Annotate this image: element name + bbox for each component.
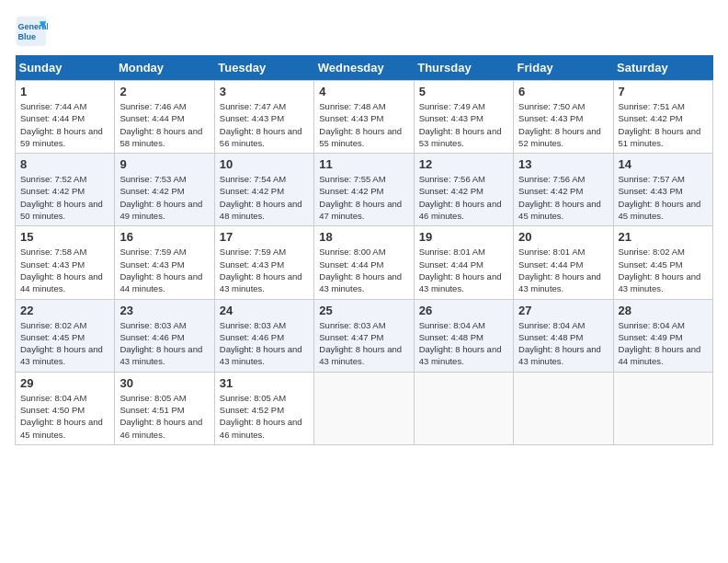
calendar-cell: [314, 372, 414, 444]
calendar-week-4: 22Sunrise: 8:02 AMSunset: 4:45 PMDayligh…: [16, 299, 713, 372]
day-number: 1: [20, 85, 109, 98]
day-number: 30: [119, 376, 209, 390]
day-number: 10: [220, 157, 309, 171]
calendar-table: SundayMondayTuesdayWednesdayThursdayFrid…: [15, 55, 713, 445]
day-number: 28: [619, 304, 708, 317]
day-info: Sunrise: 8:02 AMSunset: 4:45 PMDaylight:…: [20, 319, 109, 368]
day-number: 31: [220, 376, 309, 390]
day-number: 16: [119, 230, 209, 244]
logo-icon: General Blue: [15, 15, 48, 48]
logo: General Blue: [15, 15, 51, 48]
day-info: Sunrise: 8:03 AMSunset: 4:47 PMDaylight:…: [319, 319, 408, 368]
calendar-cell: 10Sunrise: 7:54 AMSunset: 4:42 PMDayligh…: [214, 154, 313, 226]
day-info: Sunrise: 7:57 AMSunset: 4:43 PMDaylight:…: [619, 173, 708, 222]
day-info: Sunrise: 7:59 AMSunset: 4:43 PMDaylight:…: [220, 246, 309, 294]
day-info: Sunrise: 7:44 AMSunset: 4:44 PMDaylight:…: [20, 100, 109, 149]
day-info: Sunrise: 8:01 AMSunset: 4:44 PMDaylight:…: [419, 246, 508, 294]
day-number: 14: [619, 157, 708, 171]
day-number: 19: [419, 230, 508, 244]
calendar-cell: [613, 372, 712, 444]
day-number: 24: [220, 304, 309, 317]
weekday-sunday: Sunday: [16, 55, 115, 81]
calendar-cell: 16Sunrise: 7:59 AMSunset: 4:43 PMDayligh…: [115, 226, 214, 299]
calendar-cell: 22Sunrise: 8:02 AMSunset: 4:45 PMDayligh…: [16, 299, 115, 372]
day-info: Sunrise: 7:56 AMSunset: 4:42 PMDaylight:…: [419, 173, 508, 222]
day-info: Sunrise: 7:54 AMSunset: 4:42 PMDaylight:…: [220, 173, 309, 222]
day-info: Sunrise: 8:00 AMSunset: 4:44 PMDaylight:…: [319, 246, 408, 294]
calendar-week-1: 1Sunrise: 7:44 AMSunset: 4:44 PMDaylight…: [16, 81, 713, 154]
weekday-saturday: Saturday: [613, 55, 712, 81]
weekday-friday: Friday: [514, 55, 613, 81]
day-number: 5: [419, 85, 508, 98]
calendar-cell: 26Sunrise: 8:04 AMSunset: 4:48 PMDayligh…: [414, 299, 513, 372]
calendar-cell: 31Sunrise: 8:05 AMSunset: 4:52 PMDayligh…: [214, 372, 313, 444]
day-info: Sunrise: 8:05 AMSunset: 4:52 PMDaylight:…: [220, 392, 309, 441]
day-info: Sunrise: 7:47 AMSunset: 4:43 PMDaylight:…: [220, 100, 309, 149]
weekday-monday: Monday: [115, 55, 214, 81]
calendar-body: 1Sunrise: 7:44 AMSunset: 4:44 PMDaylight…: [16, 81, 713, 445]
day-number: 23: [119, 304, 209, 317]
day-number: 26: [419, 304, 508, 317]
calendar-cell: 9Sunrise: 7:53 AMSunset: 4:42 PMDaylight…: [115, 154, 214, 226]
day-number: 6: [518, 85, 608, 98]
calendar-cell: 5Sunrise: 7:49 AMSunset: 4:43 PMDaylight…: [414, 81, 513, 154]
day-info: Sunrise: 8:03 AMSunset: 4:46 PMDaylight:…: [220, 319, 309, 368]
calendar-cell: 1Sunrise: 7:44 AMSunset: 4:44 PMDaylight…: [16, 81, 115, 154]
day-number: 25: [319, 304, 408, 317]
day-info: Sunrise: 7:50 AMSunset: 4:43 PMDaylight:…: [518, 100, 608, 149]
calendar-cell: 12Sunrise: 7:56 AMSunset: 4:42 PMDayligh…: [414, 154, 513, 226]
calendar-cell: 15Sunrise: 7:58 AMSunset: 4:43 PMDayligh…: [16, 226, 115, 299]
day-info: Sunrise: 8:04 AMSunset: 4:48 PMDaylight:…: [419, 319, 508, 368]
calendar-cell: 29Sunrise: 8:04 AMSunset: 4:50 PMDayligh…: [16, 372, 115, 444]
day-number: 22: [20, 304, 109, 317]
day-number: 15: [20, 230, 109, 244]
calendar-cell: 2Sunrise: 7:46 AMSunset: 4:44 PMDaylight…: [115, 81, 214, 154]
day-info: Sunrise: 7:46 AMSunset: 4:44 PMDaylight:…: [119, 100, 209, 149]
calendar-cell: 21Sunrise: 8:02 AMSunset: 4:45 PMDayligh…: [613, 226, 712, 299]
calendar-week-5: 29Sunrise: 8:04 AMSunset: 4:50 PMDayligh…: [16, 372, 713, 444]
calendar-cell: 6Sunrise: 7:50 AMSunset: 4:43 PMDaylight…: [514, 81, 613, 154]
calendar-cell: 7Sunrise: 7:51 AMSunset: 4:42 PMDaylight…: [613, 81, 712, 154]
weekday-header-row: SundayMondayTuesdayWednesdayThursdayFrid…: [16, 55, 713, 81]
day-number: 12: [419, 157, 508, 171]
page-header: General Blue: [15, 15, 713, 48]
calendar-cell: [414, 372, 513, 444]
day-info: Sunrise: 7:52 AMSunset: 4:42 PMDaylight:…: [20, 173, 109, 222]
calendar-week-3: 15Sunrise: 7:58 AMSunset: 4:43 PMDayligh…: [16, 226, 713, 299]
weekday-tuesday: Tuesday: [214, 55, 313, 81]
day-number: 7: [619, 85, 708, 98]
calendar-cell: 8Sunrise: 7:52 AMSunset: 4:42 PMDaylight…: [16, 154, 115, 226]
day-number: 21: [619, 230, 708, 244]
day-info: Sunrise: 8:05 AMSunset: 4:51 PMDaylight:…: [119, 392, 209, 441]
calendar-cell: 27Sunrise: 8:04 AMSunset: 4:48 PMDayligh…: [514, 299, 613, 372]
calendar-cell: 19Sunrise: 8:01 AMSunset: 4:44 PMDayligh…: [414, 226, 513, 299]
day-number: 13: [518, 157, 608, 171]
day-number: 29: [20, 376, 109, 390]
day-number: 27: [518, 304, 608, 317]
day-info: Sunrise: 7:56 AMSunset: 4:42 PMDaylight:…: [518, 173, 608, 222]
weekday-wednesday: Wednesday: [314, 55, 414, 81]
day-info: Sunrise: 8:04 AMSunset: 4:49 PMDaylight:…: [619, 319, 708, 368]
weekday-thursday: Thursday: [414, 55, 513, 81]
calendar-cell: 20Sunrise: 8:01 AMSunset: 4:44 PMDayligh…: [514, 226, 613, 299]
svg-text:Blue: Blue: [18, 32, 37, 41]
day-number: 3: [220, 85, 309, 98]
day-number: 2: [119, 85, 209, 98]
day-info: Sunrise: 7:48 AMSunset: 4:43 PMDaylight:…: [319, 100, 408, 149]
day-info: Sunrise: 7:49 AMSunset: 4:43 PMDaylight:…: [419, 100, 508, 149]
day-number: 11: [319, 157, 408, 171]
day-info: Sunrise: 8:04 AMSunset: 4:48 PMDaylight:…: [518, 319, 608, 368]
calendar-cell: 24Sunrise: 8:03 AMSunset: 4:46 PMDayligh…: [214, 299, 313, 372]
calendar-week-2: 8Sunrise: 7:52 AMSunset: 4:42 PMDaylight…: [16, 154, 713, 226]
day-info: Sunrise: 7:51 AMSunset: 4:42 PMDaylight:…: [619, 100, 708, 149]
day-info: Sunrise: 8:01 AMSunset: 4:44 PMDaylight:…: [518, 246, 608, 294]
day-info: Sunrise: 7:58 AMSunset: 4:43 PMDaylight:…: [20, 246, 109, 294]
day-number: 4: [319, 85, 408, 98]
calendar-cell: 18Sunrise: 8:00 AMSunset: 4:44 PMDayligh…: [314, 226, 414, 299]
calendar-cell: 17Sunrise: 7:59 AMSunset: 4:43 PMDayligh…: [214, 226, 313, 299]
day-info: Sunrise: 7:53 AMSunset: 4:42 PMDaylight:…: [119, 173, 209, 222]
day-number: 8: [20, 157, 109, 171]
day-info: Sunrise: 7:59 AMSunset: 4:43 PMDaylight:…: [119, 246, 209, 294]
day-info: Sunrise: 8:03 AMSunset: 4:46 PMDaylight:…: [119, 319, 209, 368]
calendar-cell: 25Sunrise: 8:03 AMSunset: 4:47 PMDayligh…: [314, 299, 414, 372]
